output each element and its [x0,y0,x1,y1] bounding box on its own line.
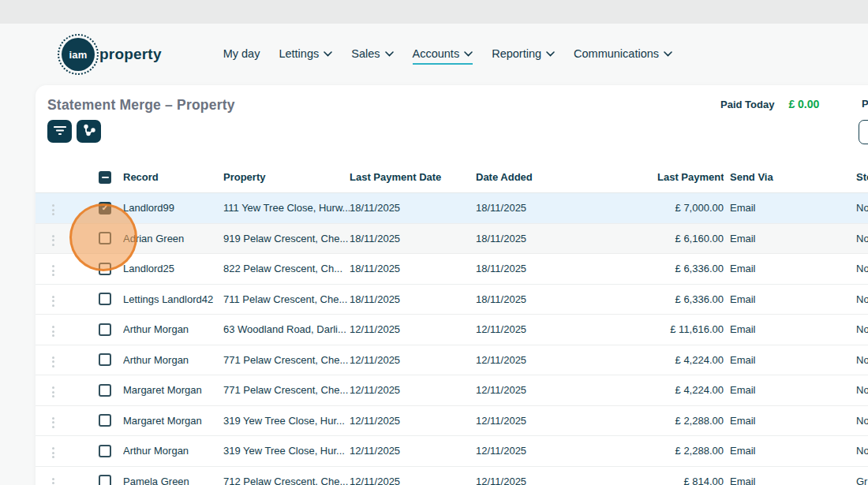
clipped-stat-label: P [862,98,868,110]
last-payment-cell: £ 11,616.00 [657,323,724,335]
filter-button[interactable] [47,120,72,143]
last-payment-date-cell: 12/11/2025 [350,415,476,427]
row-checkbox[interactable]: ✓ [99,445,111,457]
table-row[interactable]: ✓ Arthur Morgan 771 Pelaw Crescent, Che.… [36,345,868,376]
header-property[interactable]: Property [223,171,350,183]
header-record[interactable]: Record [123,171,223,183]
last-payment-cell: £ 4,224.00 [657,384,724,396]
drag-handle-icon[interactable] [47,353,59,371]
drag-handle-icon[interactable] [47,323,59,340]
row-checkbox[interactable]: ✓ [99,414,111,427]
table-row[interactable]: ✓ Margaret Morgan 319 Yew Tree Close, Hu… [36,406,868,437]
date-added-cell: 18/11/2025 [476,263,657,274]
status-cell: No [850,202,868,214]
drag-handle-icon[interactable] [47,293,59,310]
table-row[interactable]: ✓ Arthur Morgan 63 Woodland Road, Darli.… [36,315,868,345]
nav-item-reporting[interactable]: Reporting [492,47,555,62]
row-checkbox[interactable]: ✓ [99,232,111,244]
status-cell: No [850,354,868,366]
table-header-row: Record Property Last Payment Date Date A… [36,162,868,193]
row-checkbox-cell: ✓ [76,232,123,244]
record-cell[interactable]: Pamela Green [123,476,223,485]
property-cell: 771 Pelaw Crescent, Che... [223,384,350,396]
record-cell[interactable]: Margaret Morgan [123,415,223,427]
drag-handle-icon[interactable] [47,444,59,461]
record-cell[interactable]: Lettings Landlord42 [123,293,223,305]
record-cell[interactable]: Margaret Morgan [123,384,223,396]
nav-item-accounts[interactable]: Accounts [413,47,473,65]
property-cell: 712 Pelaw Crescent, Che... [223,476,350,485]
main-nav: My day Lettings Sales Accounts Reporting… [223,47,672,62]
send-via-cell: Email [724,263,850,274]
paid-today-label: Paid Today [720,99,774,110]
table-row[interactable]: ✓ Landlord25 822 Pelaw Crescent, Ch... 1… [36,254,868,285]
select-all-cell [76,171,123,184]
table-row[interactable]: ✓ Arthur Morgan 319 Yew Tree Close, Hur.… [36,436,868,467]
row-checkbox[interactable]: ✓ [99,323,111,336]
drag-handle-icon[interactable] [47,201,59,218]
brand-logo[interactable]: iam property [62,38,162,71]
nav-item-communications[interactable]: Communications [574,47,672,62]
last-payment-date-cell: 18/11/2025 [350,233,476,244]
filter-icon [54,125,66,138]
row-checkbox[interactable]: ✓ [99,293,111,305]
record-cell[interactable]: Landlord99 [123,202,223,214]
header-last-payment-date[interactable]: Last Payment Date [350,171,476,183]
record-cell[interactable]: Arthur Morgan [123,323,223,335]
last-payment-cell: £ 6,336.00 [657,293,724,305]
select-all-checkbox[interactable] [99,171,111,184]
row-checkbox[interactable]: ✓ [99,353,111,366]
table-body: ✓ Landlord99 111 Yew Tree Close, Hurw...… [36,193,868,485]
nav-label: Sales [351,47,380,60]
status-cell: No [850,323,868,335]
search-box[interactable] [859,120,868,144]
nav-label: Communications [574,47,659,60]
table-row[interactable]: ✓ Margaret Morgan 771 Pelaw Crescent, Ch… [36,375,868,406]
merge-button[interactable] [77,120,101,143]
nav-item-lettings[interactable]: Lettings [279,47,332,62]
table-row[interactable]: ✓ Adrian Green 919 Pelaw Crescent, Che..… [36,224,868,255]
header-date-added[interactable]: Date Added [476,171,657,183]
status-cell: No [850,263,868,274]
date-added-cell: 18/11/2025 [476,233,657,244]
drag-handle-icon[interactable] [47,232,59,249]
chevron-down-icon [464,51,473,57]
header-send-via[interactable]: Send Via [724,171,850,183]
header-last-payment[interactable]: Last Payment [657,171,724,183]
record-cell[interactable]: Arthur Morgan [123,445,223,457]
header-status[interactable]: Ste [850,171,868,183]
status-cell: No [850,445,868,457]
drag-handle-icon[interactable] [47,414,59,431]
stats-bar: Paid Today £ 0.00 [720,98,819,110]
send-via-cell: Email [724,415,850,427]
row-checkbox[interactable]: ✓ [99,475,111,485]
row-checkbox-cell: ✓ [76,353,123,366]
table-row[interactable]: ✓ Landlord99 111 Yew Tree Close, Hurw...… [36,193,868,224]
record-cell[interactable]: Landlord25 [123,263,223,274]
nav-item-sales[interactable]: Sales [351,47,393,62]
record-cell[interactable]: Arthur Morgan [123,354,223,366]
status-cell: No [850,233,868,244]
table-row[interactable]: ✓ Pamela Green 712 Pelaw Crescent, Che..… [36,467,868,485]
row-handle-cell [47,228,76,249]
last-payment-date-cell: 18/11/2025 [350,202,476,214]
drag-handle-icon[interactable] [47,475,59,485]
property-cell: 711 Pelaw Crescent, Che... [223,293,350,305]
page-title: Statement Merge – Property [47,97,235,114]
drag-handle-icon[interactable] [47,383,59,401]
property-cell: 822 Pelaw Crescent, Ch... [223,263,350,274]
row-checkbox[interactable]: ✓ [99,202,111,215]
nav-item-my-day[interactable]: My day [223,47,260,62]
nav-label: Reporting [492,47,541,60]
status-cell: Gr [850,476,868,485]
send-via-cell: Email [724,354,850,366]
drag-handle-icon[interactable] [47,262,59,279]
send-via-cell: Email [724,445,850,457]
row-handle-cell [47,258,76,279]
row-checkbox[interactable]: ✓ [99,263,111,275]
row-checkbox[interactable]: ✓ [99,384,111,397]
last-payment-cell: £ 2,288.00 [657,445,724,457]
row-handle-cell [47,319,76,340]
record-cell[interactable]: Adrian Green [123,233,223,244]
table-row[interactable]: ✓ Lettings Landlord42 711 Pelaw Crescent… [36,285,868,315]
